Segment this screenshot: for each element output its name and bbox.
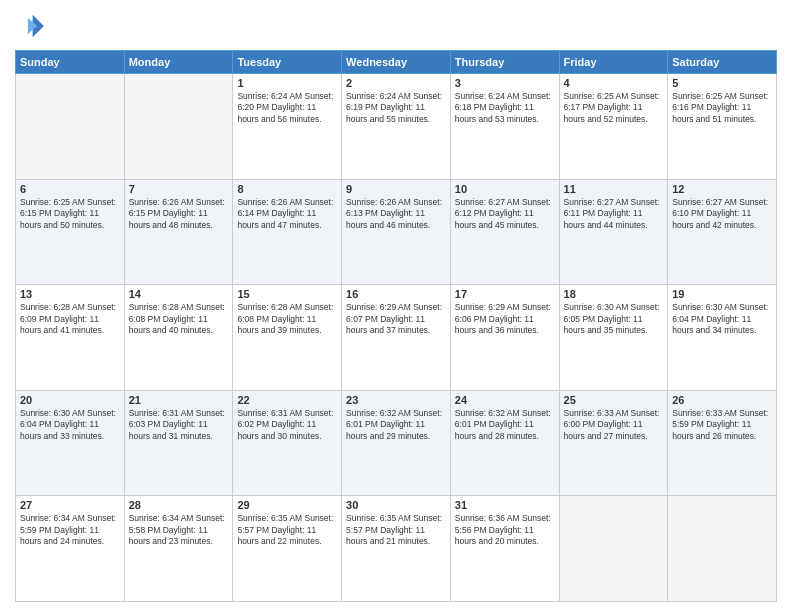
week-row-3: 13Sunrise: 6:28 AM Sunset: 6:09 PM Dayli… bbox=[16, 285, 777, 391]
day-cell: 22Sunrise: 6:31 AM Sunset: 6:02 PM Dayli… bbox=[233, 390, 342, 496]
week-row-4: 20Sunrise: 6:30 AM Sunset: 6:04 PM Dayli… bbox=[16, 390, 777, 496]
day-number: 25 bbox=[564, 394, 664, 406]
day-cell: 28Sunrise: 6:34 AM Sunset: 5:58 PM Dayli… bbox=[124, 496, 233, 602]
day-info: Sunrise: 6:31 AM Sunset: 6:02 PM Dayligh… bbox=[237, 408, 337, 442]
day-number: 9 bbox=[346, 183, 446, 195]
day-number: 11 bbox=[564, 183, 664, 195]
page: SundayMondayTuesdayWednesdayThursdayFrid… bbox=[0, 0, 792, 612]
day-number: 5 bbox=[672, 77, 772, 89]
day-info: Sunrise: 6:33 AM Sunset: 6:00 PM Dayligh… bbox=[564, 408, 664, 442]
day-info: Sunrise: 6:31 AM Sunset: 6:03 PM Dayligh… bbox=[129, 408, 229, 442]
day-number: 27 bbox=[20, 499, 120, 511]
col-header-wednesday: Wednesday bbox=[342, 51, 451, 74]
col-header-tuesday: Tuesday bbox=[233, 51, 342, 74]
day-cell: 27Sunrise: 6:34 AM Sunset: 5:59 PM Dayli… bbox=[16, 496, 125, 602]
day-info: Sunrise: 6:29 AM Sunset: 6:06 PM Dayligh… bbox=[455, 302, 555, 336]
day-number: 15 bbox=[237, 288, 337, 300]
day-number: 22 bbox=[237, 394, 337, 406]
day-cell: 10Sunrise: 6:27 AM Sunset: 6:12 PM Dayli… bbox=[450, 179, 559, 285]
day-number: 1 bbox=[237, 77, 337, 89]
day-number: 7 bbox=[129, 183, 229, 195]
day-cell: 16Sunrise: 6:29 AM Sunset: 6:07 PM Dayli… bbox=[342, 285, 451, 391]
day-cell: 8Sunrise: 6:26 AM Sunset: 6:14 PM Daylig… bbox=[233, 179, 342, 285]
day-cell: 31Sunrise: 6:36 AM Sunset: 5:56 PM Dayli… bbox=[450, 496, 559, 602]
day-cell: 14Sunrise: 6:28 AM Sunset: 6:08 PM Dayli… bbox=[124, 285, 233, 391]
day-info: Sunrise: 6:25 AM Sunset: 6:17 PM Dayligh… bbox=[564, 91, 664, 125]
day-info: Sunrise: 6:26 AM Sunset: 6:14 PM Dayligh… bbox=[237, 197, 337, 231]
day-cell bbox=[668, 496, 777, 602]
day-number: 14 bbox=[129, 288, 229, 300]
col-header-thursday: Thursday bbox=[450, 51, 559, 74]
day-info: Sunrise: 6:24 AM Sunset: 6:18 PM Dayligh… bbox=[455, 91, 555, 125]
day-cell: 9Sunrise: 6:26 AM Sunset: 6:13 PM Daylig… bbox=[342, 179, 451, 285]
day-cell: 20Sunrise: 6:30 AM Sunset: 6:04 PM Dayli… bbox=[16, 390, 125, 496]
day-cell: 12Sunrise: 6:27 AM Sunset: 6:10 PM Dayli… bbox=[668, 179, 777, 285]
day-cell: 26Sunrise: 6:33 AM Sunset: 5:59 PM Dayli… bbox=[668, 390, 777, 496]
day-cell: 13Sunrise: 6:28 AM Sunset: 6:09 PM Dayli… bbox=[16, 285, 125, 391]
day-number: 21 bbox=[129, 394, 229, 406]
day-number: 28 bbox=[129, 499, 229, 511]
day-number: 18 bbox=[564, 288, 664, 300]
day-info: Sunrise: 6:33 AM Sunset: 5:59 PM Dayligh… bbox=[672, 408, 772, 442]
calendar-table: SundayMondayTuesdayWednesdayThursdayFrid… bbox=[15, 50, 777, 602]
day-cell: 2Sunrise: 6:24 AM Sunset: 6:19 PM Daylig… bbox=[342, 74, 451, 180]
day-cell: 23Sunrise: 6:32 AM Sunset: 6:01 PM Dayli… bbox=[342, 390, 451, 496]
day-number: 20 bbox=[20, 394, 120, 406]
day-info: Sunrise: 6:35 AM Sunset: 5:57 PM Dayligh… bbox=[237, 513, 337, 547]
day-number: 19 bbox=[672, 288, 772, 300]
week-row-5: 27Sunrise: 6:34 AM Sunset: 5:59 PM Dayli… bbox=[16, 496, 777, 602]
day-cell: 25Sunrise: 6:33 AM Sunset: 6:00 PM Dayli… bbox=[559, 390, 668, 496]
day-info: Sunrise: 6:30 AM Sunset: 6:04 PM Dayligh… bbox=[672, 302, 772, 336]
day-info: Sunrise: 6:29 AM Sunset: 6:07 PM Dayligh… bbox=[346, 302, 446, 336]
day-cell: 24Sunrise: 6:32 AM Sunset: 6:01 PM Dayli… bbox=[450, 390, 559, 496]
day-cell: 6Sunrise: 6:25 AM Sunset: 6:15 PM Daylig… bbox=[16, 179, 125, 285]
day-number: 16 bbox=[346, 288, 446, 300]
day-info: Sunrise: 6:35 AM Sunset: 5:57 PM Dayligh… bbox=[346, 513, 446, 547]
day-cell: 5Sunrise: 6:25 AM Sunset: 6:16 PM Daylig… bbox=[668, 74, 777, 180]
day-info: Sunrise: 6:27 AM Sunset: 6:12 PM Dayligh… bbox=[455, 197, 555, 231]
day-number: 4 bbox=[564, 77, 664, 89]
day-info: Sunrise: 6:28 AM Sunset: 6:08 PM Dayligh… bbox=[129, 302, 229, 336]
day-number: 6 bbox=[20, 183, 120, 195]
day-number: 10 bbox=[455, 183, 555, 195]
day-number: 24 bbox=[455, 394, 555, 406]
day-info: Sunrise: 6:26 AM Sunset: 6:13 PM Dayligh… bbox=[346, 197, 446, 231]
col-header-friday: Friday bbox=[559, 51, 668, 74]
day-cell: 15Sunrise: 6:28 AM Sunset: 6:08 PM Dayli… bbox=[233, 285, 342, 391]
col-header-sunday: Sunday bbox=[16, 51, 125, 74]
logo-icon bbox=[15, 10, 47, 42]
day-cell: 19Sunrise: 6:30 AM Sunset: 6:04 PM Dayli… bbox=[668, 285, 777, 391]
day-info: Sunrise: 6:30 AM Sunset: 6:04 PM Dayligh… bbox=[20, 408, 120, 442]
day-info: Sunrise: 6:36 AM Sunset: 5:56 PM Dayligh… bbox=[455, 513, 555, 547]
day-number: 8 bbox=[237, 183, 337, 195]
week-row-2: 6Sunrise: 6:25 AM Sunset: 6:15 PM Daylig… bbox=[16, 179, 777, 285]
day-cell: 29Sunrise: 6:35 AM Sunset: 5:57 PM Dayli… bbox=[233, 496, 342, 602]
day-info: Sunrise: 6:32 AM Sunset: 6:01 PM Dayligh… bbox=[346, 408, 446, 442]
day-cell: 4Sunrise: 6:25 AM Sunset: 6:17 PM Daylig… bbox=[559, 74, 668, 180]
col-header-saturday: Saturday bbox=[668, 51, 777, 74]
day-cell: 11Sunrise: 6:27 AM Sunset: 6:11 PM Dayli… bbox=[559, 179, 668, 285]
day-number: 12 bbox=[672, 183, 772, 195]
day-number: 23 bbox=[346, 394, 446, 406]
day-number: 31 bbox=[455, 499, 555, 511]
header-row: SundayMondayTuesdayWednesdayThursdayFrid… bbox=[16, 51, 777, 74]
day-info: Sunrise: 6:26 AM Sunset: 6:15 PM Dayligh… bbox=[129, 197, 229, 231]
day-cell: 3Sunrise: 6:24 AM Sunset: 6:18 PM Daylig… bbox=[450, 74, 559, 180]
day-cell: 17Sunrise: 6:29 AM Sunset: 6:06 PM Dayli… bbox=[450, 285, 559, 391]
logo bbox=[15, 10, 51, 42]
day-info: Sunrise: 6:24 AM Sunset: 6:20 PM Dayligh… bbox=[237, 91, 337, 125]
day-cell bbox=[559, 496, 668, 602]
day-number: 2 bbox=[346, 77, 446, 89]
day-info: Sunrise: 6:25 AM Sunset: 6:15 PM Dayligh… bbox=[20, 197, 120, 231]
day-info: Sunrise: 6:28 AM Sunset: 6:09 PM Dayligh… bbox=[20, 302, 120, 336]
day-number: 29 bbox=[237, 499, 337, 511]
day-cell: 21Sunrise: 6:31 AM Sunset: 6:03 PM Dayli… bbox=[124, 390, 233, 496]
day-cell bbox=[16, 74, 125, 180]
day-info: Sunrise: 6:25 AM Sunset: 6:16 PM Dayligh… bbox=[672, 91, 772, 125]
day-number: 3 bbox=[455, 77, 555, 89]
day-cell: 7Sunrise: 6:26 AM Sunset: 6:15 PM Daylig… bbox=[124, 179, 233, 285]
header bbox=[15, 10, 777, 42]
day-info: Sunrise: 6:28 AM Sunset: 6:08 PM Dayligh… bbox=[237, 302, 337, 336]
day-info: Sunrise: 6:27 AM Sunset: 6:11 PM Dayligh… bbox=[564, 197, 664, 231]
day-number: 13 bbox=[20, 288, 120, 300]
